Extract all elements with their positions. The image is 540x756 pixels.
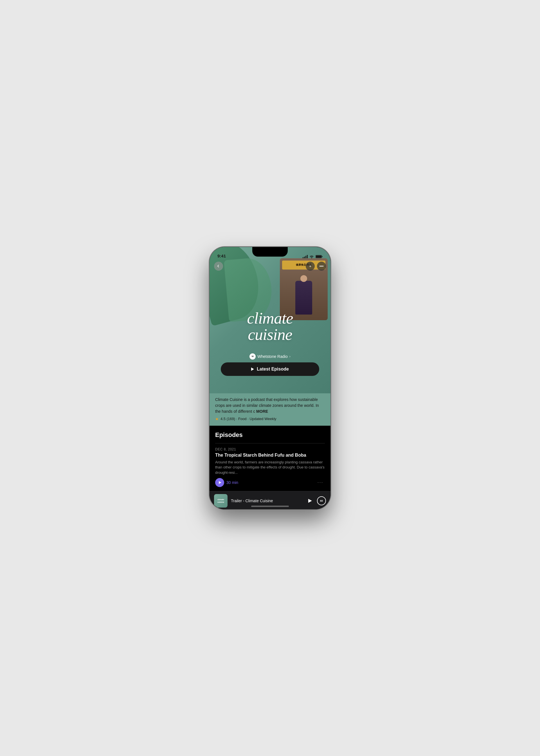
wifi-icon [309, 255, 314, 258]
podcast-title-block: climate cuisine [209, 310, 331, 343]
back-button[interactable] [214, 262, 223, 271]
notch [252, 247, 288, 256]
episode-date: DEC 8, 2021 [215, 447, 325, 451]
svg-rect-1 [316, 255, 322, 258]
skip-label: 60 [320, 500, 323, 502]
signal-bars-icon [303, 255, 308, 258]
mini-play-button[interactable] [306, 497, 314, 505]
episode-item: DEC 8, 2021 The Tropical Starch Behind F… [215, 443, 325, 491]
more-options-button[interactable]: ••• [317, 262, 326, 271]
episode-play-icon [219, 481, 221, 484]
episodes-header: Episodes [215, 431, 325, 439]
market-figure [295, 281, 312, 315]
phone-device: 9:41 [209, 247, 331, 509]
rating-value: 4.5 (169) · Food · Updated Weekly [220, 417, 276, 421]
episode-more-button[interactable]: ··· [316, 478, 325, 487]
top-actions: + ••• [306, 262, 326, 271]
play-icon [251, 368, 254, 371]
episode-duration: 30 min [226, 480, 238, 485]
podcast-title: climate cuisine [215, 310, 325, 343]
home-indicator [251, 506, 289, 507]
episode-actions: 30 min ··· [215, 478, 325, 487]
latest-episode-button[interactable]: Latest Episode [221, 363, 319, 376]
episodes-section: Episodes DEC 8, 2021 The Tropical Starch… [209, 426, 331, 491]
skip-forward-button[interactable]: 60 [317, 496, 326, 505]
status-time: 9:41 [217, 253, 226, 258]
rating-row: ★ 4.5 (169) · Food · Updated Weekly [215, 417, 325, 421]
mini-player-title: Trailer - Climate Cuisine [231, 499, 302, 503]
star-icon: ★ [215, 417, 219, 421]
mini-play-icon [308, 499, 312, 503]
mini-player-controls: 60 [306, 496, 326, 505]
mini-player-artwork: climate cuisine [214, 494, 227, 508]
episode-description: Around the world, farmers are increasing… [215, 460, 325, 475]
add-button[interactable]: + [306, 262, 315, 271]
description-area: Climate Cuisine is a podcast that explor… [209, 393, 331, 426]
publisher-row[interactable]: W Whetstone Radio › [209, 353, 331, 360]
episode-play-row: 30 min [215, 478, 238, 487]
more-button[interactable]: MORE [256, 409, 268, 414]
publisher-badge: W [249, 353, 256, 360]
episode-title: The Tropical Starch Behind Fufu and Boba [215, 452, 325, 458]
chevron-right-icon: › [289, 355, 291, 359]
publisher-name: Whetstone Radio [257, 354, 287, 359]
scroll-content[interactable]: 健康食品 烤瓜 + ••• climate cuisine [209, 247, 331, 509]
status-icons [303, 255, 323, 258]
episode-play-button[interactable] [215, 478, 224, 487]
podcast-hero: 健康食品 烤瓜 + ••• climate cuisine [209, 247, 331, 393]
battery-icon [316, 255, 323, 258]
description-text: Climate Cuisine is a podcast that explor… [215, 397, 325, 414]
latest-episode-label: Latest Episode [257, 367, 289, 372]
phone-screen: 9:41 [209, 247, 331, 509]
